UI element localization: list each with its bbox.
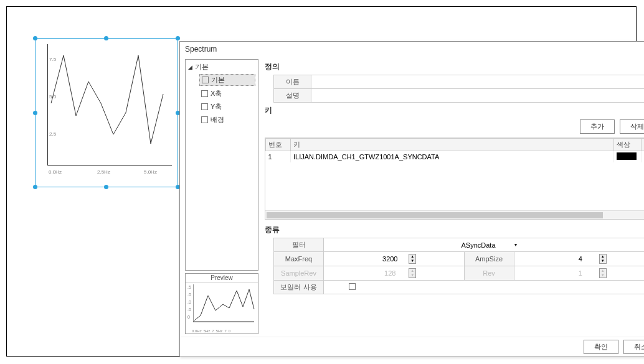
settings-tree[interactable]: ◢ 기본 기본 X축 Y축 배경: [185, 59, 258, 271]
ampsize-stepper[interactable]: 4▲▼: [514, 252, 644, 266]
checkbox-icon[interactable]: [201, 116, 208, 123]
spinner-up-icon[interactable]: ▲: [409, 254, 415, 259]
cancel-button[interactable]: 취소: [623, 340, 644, 354]
chart-plot-area: 7.5 5.0 2.5: [47, 44, 172, 166]
samplerev-value: 128: [371, 268, 409, 278]
canvas-chart-object[interactable]: 7.5 5.0 2.5 0.0Hz 2.5Hz 5.0Hz: [35, 38, 178, 187]
resize-handle-nw[interactable]: [33, 36, 37, 40]
spinner-down-icon: ▼: [600, 273, 606, 278]
preview-xtick: 0.0Hz: [192, 329, 202, 333]
color-swatch[interactable]: [617, 152, 637, 160]
col-no[interactable]: 번호: [266, 139, 291, 151]
x-tick: 0.0Hz: [49, 169, 62, 175]
spinner-down-icon: ▼: [409, 273, 415, 278]
filter-select[interactable]: ASyncData ▾: [324, 238, 645, 252]
rev-stepper: 1▲▼: [514, 266, 644, 281]
spinner-down-icon[interactable]: ▼: [600, 259, 606, 263]
cell-key: ILIJAN.DIMDA_CH1_GTWZ1001A_SYNCDATA: [291, 151, 614, 163]
key-table[interactable]: 번호 키 색상 두 1 ILIJAN.DIMDA_CH1_GTWZ1001A_S…: [265, 138, 644, 220]
resize-handle-ne[interactable]: [176, 36, 180, 40]
tree-item-label: X축: [211, 89, 222, 98]
maxfreq-value: 3200: [371, 254, 409, 264]
spinner-down-icon[interactable]: ▼: [409, 259, 415, 263]
dialog-title-text: Spectrum: [185, 45, 217, 54]
filter-label: 필터: [274, 238, 324, 252]
preview-xtick: 7: [224, 329, 226, 333]
name-input[interactable]: [311, 75, 645, 89]
tree-item-label: Y축: [211, 102, 222, 111]
properties-panel: 정의 이름 설명 키 추가 삭제 번호 키 색상 두: [262, 59, 644, 334]
resize-handle-s[interactable]: [104, 185, 108, 189]
tree-root[interactable]: ◢ 기본: [188, 62, 255, 72]
desc-label: 설명: [274, 89, 311, 103]
checkbox-icon[interactable]: [201, 90, 208, 97]
preview-xtick: 7: [212, 329, 214, 333]
preview-ytick: .5: [187, 284, 191, 291]
boiler-label: 보일러 사용: [274, 281, 324, 294]
resize-handle-w[interactable]: [33, 111, 37, 115]
preview-xtick: 5Hz: [216, 329, 223, 333]
col-tail[interactable]: 두: [642, 139, 645, 151]
name-label: 이름: [274, 75, 311, 89]
tree-item-label: 기본: [211, 75, 225, 85]
checkbox-icon[interactable]: [201, 103, 208, 110]
horizontal-scrollbar[interactable]: [265, 210, 644, 219]
samplerev-stepper: 128▲▼: [324, 266, 465, 281]
preview-ytick: .0: [187, 299, 191, 306]
tree-expand-icon[interactable]: ◢: [188, 64, 192, 70]
checkbox-icon[interactable]: [202, 77, 209, 83]
spinner-up-icon: ▲: [600, 269, 606, 273]
col-color[interactable]: 색상: [614, 139, 642, 151]
x-tick: 2.5Hz: [97, 169, 110, 175]
cell-color[interactable]: [614, 151, 642, 163]
maxfreq-label: MaxFreq: [274, 252, 324, 266]
spectrum-dialog: Spectrum × ◢ 기본 기본 X축 Y축 배경 Preview: [179, 41, 644, 357]
col-key[interactable]: 키: [291, 139, 614, 151]
tree-item-yaxis[interactable]: Y축: [199, 101, 255, 112]
cell-tail: 1: [642, 151, 645, 163]
tree-item-basic[interactable]: 기본: [199, 74, 255, 86]
section-type: 종류: [265, 225, 644, 235]
scrollbar-thumb[interactable]: [267, 212, 603, 218]
chevron-down-icon: ▾: [514, 242, 517, 248]
preview-ytick: .0: [187, 291, 191, 299]
preview-panel: Preview .5 .0 .0 .0 0: [185, 273, 258, 334]
rev-value: 1: [562, 268, 599, 278]
table-row[interactable]: 1 ILIJAN.DIMDA_CH1_GTWZ1001A_SYNCDATA 1: [266, 151, 645, 163]
preview-chart: .5 .0 .0 .0 0 0.0Hz: [186, 282, 258, 334]
add-button[interactable]: 추가: [580, 119, 615, 134]
resize-handle-n[interactable]: [104, 36, 108, 40]
desc-input[interactable]: [311, 89, 645, 103]
dialog-titlebar[interactable]: Spectrum ×: [180, 42, 644, 57]
x-tick: 5.0Hz: [144, 169, 157, 175]
maxfreq-stepper[interactable]: 3200▲▼: [324, 252, 465, 266]
page-frame: 7.5 5.0 2.5 0.0Hz 2.5Hz 5.0Hz Spectrum ×…: [6, 6, 637, 357]
ok-button[interactable]: 확인: [584, 340, 618, 354]
preview-line-svg: [193, 284, 258, 328]
preview-xtick: 5Hz: [204, 329, 211, 333]
cell-no: 1: [266, 151, 291, 163]
dialog-footer: 확인 취소: [180, 337, 644, 357]
preview-title: Preview: [186, 274, 258, 282]
chart-line-svg: [48, 44, 173, 166]
section-key: 키: [265, 105, 644, 116]
tree-item-background[interactable]: 배경: [199, 114, 255, 125]
filter-value: ASyncData: [461, 241, 495, 249]
resize-handle-sw[interactable]: [33, 185, 37, 189]
ampsize-label: AmpSize: [464, 252, 514, 266]
samplerev-label: SampleRev: [274, 266, 324, 281]
tree-item-label: 배경: [211, 115, 224, 124]
boiler-checkbox[interactable]: [349, 283, 356, 290]
section-definition: 정의: [265, 62, 644, 72]
ampsize-value: 4: [562, 254, 599, 264]
delete-button[interactable]: 삭제: [620, 119, 644, 134]
preview-ytick: .0: [187, 306, 191, 314]
preview-xtick: 0: [229, 329, 230, 333]
spinner-up-icon[interactable]: ▲: [600, 254, 606, 259]
tree-root-label: 기본: [195, 62, 209, 72]
tree-item-xaxis[interactable]: X축: [199, 88, 255, 99]
preview-ytick: 0: [187, 314, 191, 321]
rev-label: Rev: [464, 266, 514, 281]
spinner-up-icon: ▲: [409, 269, 415, 273]
